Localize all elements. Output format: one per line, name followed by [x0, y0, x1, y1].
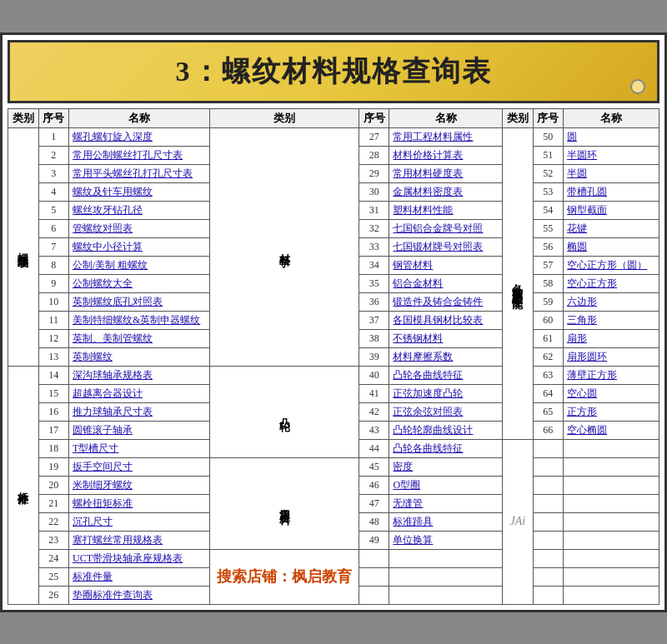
name-col3[interactable]: 椭圆: [564, 237, 659, 256]
name-col3[interactable]: 空心正方形: [564, 274, 659, 292]
jai-text: JAi: [510, 515, 526, 527]
name-col2[interactable]: 凸轮各曲线特征: [389, 366, 503, 384]
seq-col1: 22: [38, 512, 69, 531]
seq-col2: 37: [359, 311, 389, 329]
name-col1[interactable]: 垫圈标准件查询表: [69, 586, 210, 604]
name-col3[interactable]: 扇形圆环: [564, 347, 659, 366]
seq-col1: 13: [38, 347, 69, 366]
name-col2[interactable]: 单位换算: [389, 531, 503, 549]
name-col3[interactable]: [564, 439, 659, 457]
name-col3[interactable]: 钢型截面: [564, 201, 659, 219]
name-col2[interactable]: 无缝管: [389, 494, 503, 512]
name-col3[interactable]: [564, 531, 659, 549]
name-col1[interactable]: 英制螺纹: [69, 347, 210, 366]
name-col2[interactable]: 锻造件及铸合金铸件: [389, 292, 503, 311]
name-col3[interactable]: 半圆: [564, 164, 659, 182]
name-col3[interactable]: 带槽孔圆: [564, 182, 659, 201]
title-bar: 3：螺纹材料规格查询表: [8, 40, 659, 103]
name-col1[interactable]: 英制、美制管螺纹: [69, 329, 210, 347]
category-common: 常用资料: [210, 457, 359, 549]
seq-col3: 59: [533, 292, 564, 311]
name-col1[interactable]: 美制特细螺纹&英制申器螺纹: [69, 311, 210, 329]
name-col2[interactable]: 金属材料密度表: [389, 182, 503, 201]
name-col1[interactable]: 螺孔螺钉旋入深度: [69, 127, 210, 146]
name-col1[interactable]: 沉孔尺寸: [69, 512, 210, 531]
name-col2[interactable]: [389, 586, 503, 604]
name-col3[interactable]: [564, 494, 659, 512]
name-col3[interactable]: [564, 549, 659, 567]
name-col3[interactable]: 三角形: [564, 311, 659, 329]
name-col3[interactable]: 空心椭圆: [564, 421, 659, 439]
name-col2[interactable]: 塑料材料性能: [389, 201, 503, 219]
name-col1[interactable]: T型槽尺寸: [69, 439, 210, 457]
name-col3[interactable]: [564, 457, 659, 476]
name-col3[interactable]: 薄壁正方形: [564, 366, 659, 384]
name-col2[interactable]: 钢管材料: [389, 256, 503, 274]
name-col2[interactable]: 正弦加速度凸轮: [389, 384, 503, 402]
name-col3[interactable]: 空心正方形（圆）: [564, 256, 659, 274]
name-col3[interactable]: 正方形: [564, 402, 659, 421]
name-col2[interactable]: [389, 549, 503, 567]
name-col2[interactable]: 常用材料硬度表: [389, 164, 503, 182]
name-col1[interactable]: 公制螺纹大全: [69, 274, 210, 292]
name-col1[interactable]: 扳手空间尺寸: [69, 457, 210, 476]
name-col3[interactable]: [564, 476, 659, 494]
name-col3[interactable]: 扇形: [564, 329, 659, 347]
name-col3[interactable]: 半圆环: [564, 146, 659, 164]
name-col2[interactable]: 凸轮轮廓曲线设计: [389, 421, 503, 439]
name-col3[interactable]: 花键: [564, 219, 659, 237]
name-col1[interactable]: 超越离合器设计: [69, 384, 210, 402]
name-col1[interactable]: 公制/美制 粗螺纹: [69, 256, 210, 274]
seq-col3: [533, 549, 564, 567]
seq-col3: 57: [533, 256, 564, 274]
name-col1[interactable]: 推力球轴承尺寸表: [69, 402, 210, 421]
name-col2[interactable]: 凸轮各曲线特征: [389, 439, 503, 457]
name-col2[interactable]: 不锈钢材料: [389, 329, 503, 347]
name-col2[interactable]: 七国铝合金牌号对照: [389, 219, 503, 237]
category-standard: 标准件: [8, 366, 39, 604]
name-col2[interactable]: 铝合金材料: [389, 274, 503, 292]
watermark-cell: 搜索店铺：枫启教育: [210, 549, 359, 604]
name-col2[interactable]: 材料摩擦系数: [389, 347, 503, 366]
name-col1[interactable]: 圆锥滚子轴承: [69, 421, 210, 439]
name-col2[interactable]: 七国锻材牌号对照表: [389, 237, 503, 256]
name-col1[interactable]: 管螺纹对照表: [69, 219, 210, 237]
name-col3[interactable]: 空心圆: [564, 384, 659, 402]
seq-col2: 32: [359, 219, 389, 237]
name-col1[interactable]: 塞打螺丝常用规格表: [69, 531, 210, 549]
name-col1[interactable]: 螺丝攻牙钻孔径: [69, 201, 210, 219]
name-col1[interactable]: UCT带滑块轴承座规格表: [69, 549, 210, 567]
name-col1[interactable]: 英制螺纹底孔对照表: [69, 292, 210, 311]
name-col1[interactable]: 常用平头螺丝孔打孔尺寸表: [69, 164, 210, 182]
name-col1[interactable]: 螺栓扭矩标准: [69, 494, 210, 512]
name-col1[interactable]: 螺纹中小径计算: [69, 237, 210, 256]
name-col2[interactable]: O型圈: [389, 476, 503, 494]
seq-col1: 12: [38, 329, 69, 347]
name-col3[interactable]: 圆: [564, 127, 659, 146]
name-col2[interactable]: 密度: [389, 457, 503, 476]
main-table: 类别 序号 名称 类别 序号 名称 类别 序号 名称 螺丝螺纹1螺孔螺钉旋入深度…: [8, 108, 659, 605]
name-col2[interactable]: 材料价格计算表: [389, 146, 503, 164]
seq-col3: 66: [533, 421, 564, 439]
name-col1[interactable]: 标准件量: [69, 567, 210, 586]
name-col1[interactable]: 螺纹及针车用螺纹: [69, 182, 210, 201]
name-col1[interactable]: 米制细牙螺纹: [69, 476, 210, 494]
name-col3[interactable]: [564, 512, 659, 531]
seq-col3: 58: [533, 274, 564, 292]
name-col2[interactable]: 正弦余弦对照表: [389, 402, 503, 421]
name-col2[interactable]: [389, 567, 503, 586]
seq-col1: 20: [38, 476, 69, 494]
name-col3[interactable]: [564, 586, 659, 604]
seq-col1: 14: [38, 366, 69, 384]
name-col3[interactable]: [564, 567, 659, 586]
seq-col1: 24: [38, 549, 69, 567]
name-col1[interactable]: 常用公制螺丝打孔尺寸表: [69, 146, 210, 164]
seq-col2: 45: [359, 457, 389, 476]
seq-col2: 39: [359, 347, 389, 366]
name-col2[interactable]: 各国模具钢材比较表: [389, 311, 503, 329]
name-col2[interactable]: 标准蹄具: [389, 512, 503, 531]
name-col3[interactable]: 六边形: [564, 292, 659, 311]
name-col1[interactable]: 深沟球轴承规格表: [69, 366, 210, 384]
seq-col3: [533, 531, 564, 549]
name-col2[interactable]: 常用工程材料属性: [389, 127, 503, 146]
